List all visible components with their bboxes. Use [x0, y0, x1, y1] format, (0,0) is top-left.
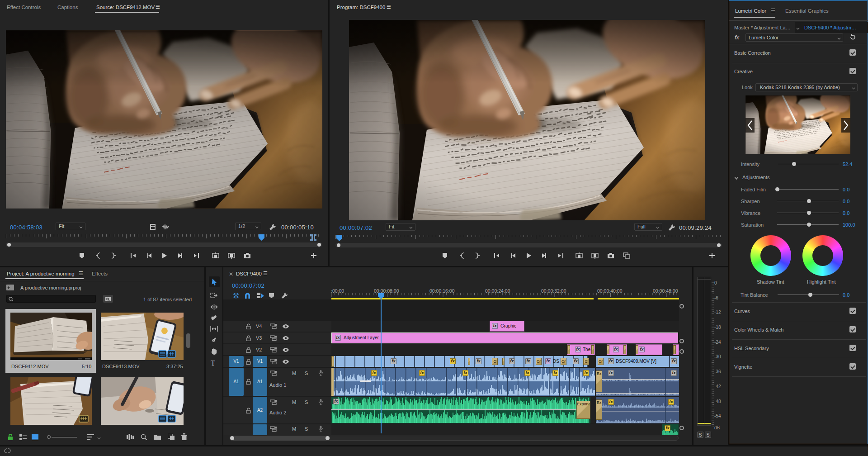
- svg-text:T: T: [211, 359, 215, 367]
